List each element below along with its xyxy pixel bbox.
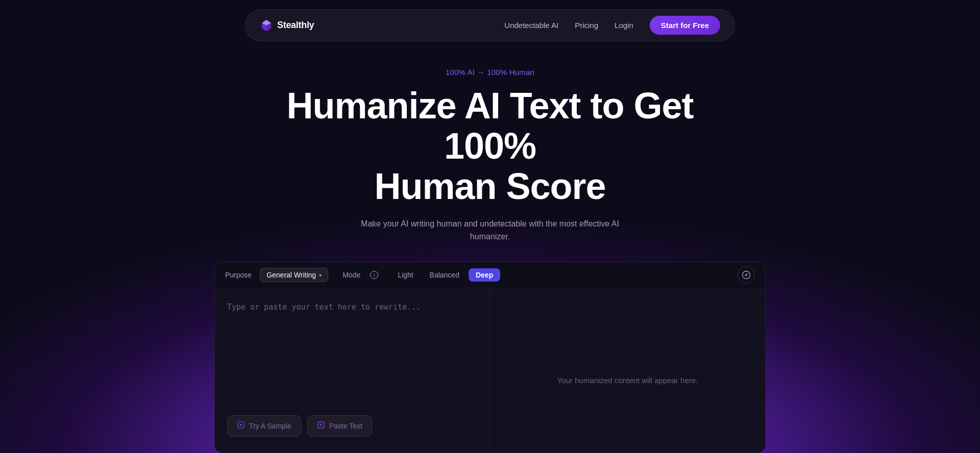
toolbar-left: Purpose General Writing ▾ Mode i Light B…: [225, 268, 500, 282]
start-for-free-button[interactable]: Start for Free: [650, 16, 720, 35]
nav-undetectable-ai[interactable]: Undetectable AI: [504, 21, 558, 30]
output-placeholder: Your humanized content will appear here.: [557, 376, 698, 385]
editor-output-side: Your humanized content will appear here.: [490, 289, 765, 453]
mode-buttons: Light Balanced Deep: [390, 268, 500, 282]
logo-icon: [260, 19, 273, 32]
nav-links: Undetectable AI Pricing Login Start for …: [504, 16, 720, 35]
mode-light-button[interactable]: Light: [390, 268, 420, 282]
editor-toolbar: Purpose General Writing ▾ Mode i Light B…: [215, 262, 765, 289]
paste-text-button[interactable]: Paste Text: [307, 415, 372, 437]
nav-login[interactable]: Login: [615, 21, 633, 30]
editor-actions: Try A Sample Paste Text: [227, 415, 372, 437]
purpose-select[interactable]: General Writing ▾: [260, 268, 328, 282]
hero-title: Humanize AI Text to Get 100% Human Score: [273, 86, 707, 207]
hero-badge: 100% AI → 100% Human: [446, 68, 534, 77]
toolbar-right: [738, 266, 755, 284]
mode-deep-button[interactable]: Deep: [469, 268, 500, 282]
logo-text: Stealthly: [277, 20, 314, 31]
hero-subtitle: Make your AI writing human and undetecta…: [352, 217, 628, 243]
purpose-value: General Writing: [266, 271, 316, 279]
mode-info-icon[interactable]: i: [370, 271, 378, 279]
hero-section: 100% AI → 100% Human Humanize AI Text to…: [273, 68, 707, 243]
navbar: Stealthly Undetectable AI Pricing Login …: [245, 9, 735, 41]
nav-pricing[interactable]: Pricing: [575, 21, 598, 30]
chevron-down-icon: ▾: [319, 272, 322, 278]
plus-icon: [317, 421, 325, 431]
compass-button[interactable]: [738, 266, 755, 284]
editor-input-side: Try A Sample Paste Text: [215, 289, 490, 453]
editor-panel: Purpose General Writing ▾ Mode i Light B…: [214, 262, 766, 453]
purpose-label: Purpose: [225, 271, 252, 279]
logo[interactable]: Stealthly: [260, 19, 314, 32]
mode-label: Mode: [342, 271, 360, 279]
editor-body: Try A Sample Paste Text: [215, 289, 765, 453]
svg-marker-1: [745, 273, 748, 276]
try-sample-label: Try A Sample: [249, 422, 291, 430]
paste-text-label: Paste Text: [329, 422, 362, 430]
compass-icon: [742, 270, 751, 280]
star-icon: [237, 421, 245, 431]
try-sample-button[interactable]: Try A Sample: [227, 415, 301, 437]
mode-balanced-button[interactable]: Balanced: [423, 268, 467, 282]
